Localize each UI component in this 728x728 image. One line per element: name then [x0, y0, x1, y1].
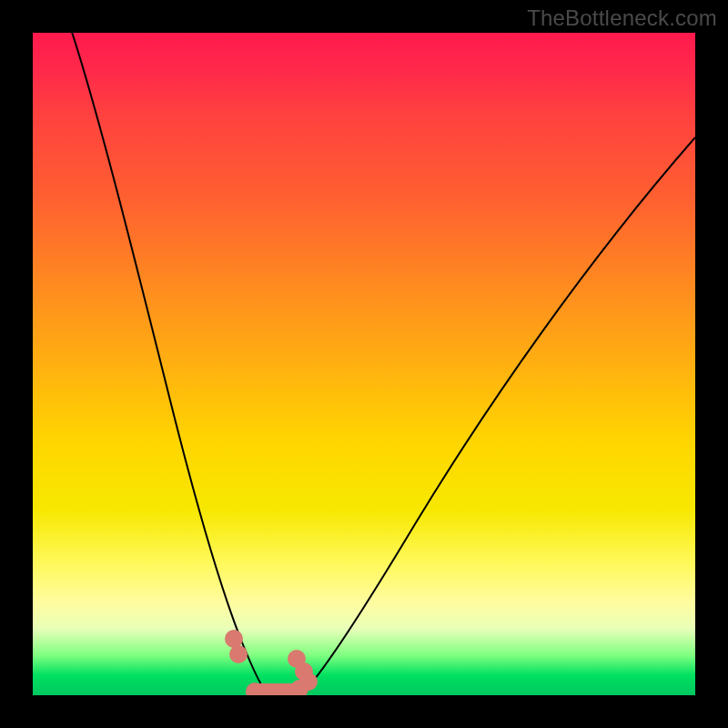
chart-svg: [33, 33, 695, 695]
plot-area: [33, 33, 695, 695]
watermark-text: TheBottleneck.com: [527, 5, 717, 31]
marker-point: [225, 630, 243, 648]
marker-point: [229, 645, 248, 663]
chart-frame: TheBottleneck.com: [0, 0, 728, 728]
curve-right-branch: [306, 137, 695, 690]
curve-left-branch: [69, 33, 265, 690]
